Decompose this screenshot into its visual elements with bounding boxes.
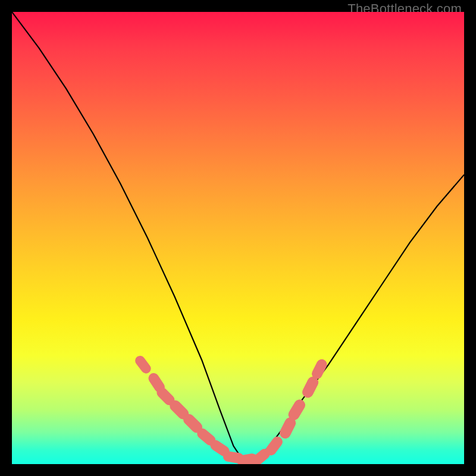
- plot-area: [12, 12, 464, 464]
- marker-blob: [133, 354, 153, 375]
- right-branch-path: [249, 175, 464, 464]
- left-branch-path: [12, 12, 249, 464]
- chart-frame: TheBottleneck.com: [0, 0, 476, 476]
- marker-layer: [133, 354, 329, 464]
- chart-svg: [12, 12, 464, 464]
